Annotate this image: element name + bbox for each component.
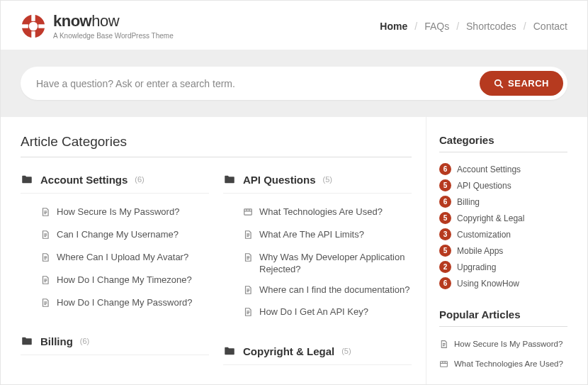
- category-count: (6): [80, 337, 89, 345]
- svg-point-1: [29, 21, 38, 30]
- category-name: API Questions: [243, 174, 316, 186]
- count-badge: 5: [439, 179, 451, 191]
- sidebar-categories-title: Categories: [439, 134, 567, 152]
- sidebar-category-item[interactable]: 5Mobile Apps: [439, 242, 567, 259]
- article-link[interactable]: Where Can I Upload My Avatar?: [40, 247, 209, 270]
- category-heading[interactable]: Billing (6): [21, 335, 209, 355]
- sidebar: Categories 6Account Settings5API Questio…: [426, 117, 567, 385]
- section-title: Article Categories: [21, 134, 412, 157]
- sidebar-category-label: Mobile Apps: [457, 246, 503, 256]
- logo-tagline: A Knowledge Base WordPress Theme: [53, 32, 174, 40]
- search-icon: [494, 79, 504, 89]
- article-link[interactable]: Can I Change My Username?: [40, 225, 209, 247]
- svg-rect-23: [244, 209, 252, 215]
- article-link[interactable]: Where can I find the documentation?: [243, 280, 412, 303]
- svg-line-7: [500, 84, 503, 87]
- category-count: (5): [323, 175, 332, 184]
- count-badge: 6: [439, 163, 451, 175]
- document-icon: [40, 229, 50, 243]
- popular-article-link[interactable]: What Technologies Are Used?: [439, 355, 567, 375]
- search-input[interactable]: [36, 78, 480, 89]
- category-count: (5): [341, 347, 351, 355]
- sidebar-category-item[interactable]: 6Billing: [439, 194, 567, 210]
- popular-article-title: How Secure Is My Password?: [454, 339, 562, 350]
- sidebar-category-label: Using KnowHow: [457, 279, 519, 289]
- article-title: How Do I Change My Password?: [57, 297, 192, 309]
- article-link[interactable]: What Technologies Are Used?: [243, 202, 412, 225]
- article-title: What Are The API Limits?: [259, 229, 364, 241]
- article-title: How Secure Is My Password?: [57, 206, 179, 218]
- article-title: How Do I Change My Timezone?: [57, 274, 192, 286]
- document-icon: [243, 284, 253, 298]
- count-badge: 6: [439, 277, 451, 289]
- sidebar-category-label: Upgrading: [457, 262, 496, 272]
- sidebar-category-label: Copyright & Legal: [457, 213, 524, 223]
- nav-shortcodes[interactable]: Shortcodes: [466, 21, 516, 32]
- nav-home[interactable]: Home: [380, 21, 407, 32]
- article-link[interactable]: What Are The API Limits?: [243, 225, 412, 247]
- article-title: What Technologies Are Used?: [259, 206, 383, 218]
- sidebar-category-item[interactable]: 6Account Settings: [439, 161, 567, 177]
- video-icon: [439, 359, 448, 372]
- count-badge: 3: [439, 228, 451, 240]
- article-link[interactable]: How Do I Get An API Key?: [243, 302, 412, 325]
- popular-article-link[interactable]: How Secure Is My Password?: [439, 335, 567, 355]
- sidebar-category-item[interactable]: 2Upgrading: [439, 259, 567, 275]
- article-link[interactable]: How Do I Change My Timezone?: [40, 270, 209, 293]
- sidebar-category-label: Account Settings: [457, 164, 521, 174]
- article-title: Where can I find the documentation?: [259, 284, 409, 296]
- article-title: Can I Change My Username?: [57, 229, 179, 241]
- logo-title: knowhow: [53, 12, 174, 30]
- header: knowhow A Knowledge Base WordPress Theme…: [1, 1, 587, 50]
- category-heading[interactable]: Account Settings (6): [21, 173, 209, 194]
- logo[interactable]: knowhow A Knowledge Base WordPress Theme: [21, 12, 174, 40]
- document-icon: [40, 297, 50, 311]
- category-heading[interactable]: Copyright & Legal (5): [223, 345, 412, 365]
- category-name: Billing: [40, 335, 73, 347]
- svg-point-6: [495, 79, 501, 85]
- sidebar-category-item[interactable]: 3Customization: [439, 226, 567, 242]
- svg-rect-5: [38, 24, 46, 28]
- document-icon: [243, 252, 253, 266]
- nav-faqs[interactable]: FAQs: [424, 21, 449, 32]
- top-nav: Home / FAQs / Shortcodes / Contact: [380, 21, 567, 32]
- document-icon: [40, 252, 50, 266]
- document-icon: [243, 229, 253, 243]
- svg-rect-4: [21, 24, 28, 28]
- document-icon: [439, 339, 448, 352]
- document-icon: [40, 206, 50, 221]
- sidebar-category-label: Customization: [457, 230, 511, 240]
- sidebar-category-item[interactable]: 5Copyright & Legal: [439, 210, 567, 226]
- lifebuoy-icon: [21, 13, 46, 39]
- category-count: (6): [135, 175, 144, 184]
- article-title: How Do I Get An API Key?: [259, 306, 368, 318]
- search-button[interactable]: SEARCH: [480, 71, 563, 96]
- search-box: SEARCH: [21, 67, 567, 100]
- main-content: Article Categories Account Settings (6)H…: [21, 117, 426, 385]
- svg-rect-2: [31, 13, 35, 21]
- article-title: Why Was My Developer Application Rejecte…: [259, 252, 412, 276]
- count-badge: 5: [439, 212, 451, 224]
- svg-rect-3: [31, 31, 35, 39]
- sidebar-category-item[interactable]: 5API Questions: [439, 177, 567, 194]
- article-link[interactable]: Why Was My Developer Application Rejecte…: [243, 247, 412, 280]
- article-link[interactable]: How Do I Change My Password?: [40, 293, 209, 316]
- nav-contact[interactable]: Contact: [533, 21, 567, 32]
- sidebar-popular-title: Popular Articles: [439, 308, 567, 327]
- category-heading[interactable]: API Questions (5): [223, 173, 412, 194]
- category-name: Copyright & Legal: [243, 345, 334, 357]
- svg-rect-42: [441, 362, 448, 367]
- search-strip: SEARCH: [1, 50, 587, 117]
- sidebar-category-item[interactable]: 6Using KnowHow: [439, 275, 567, 291]
- count-badge: 5: [439, 245, 451, 257]
- document-icon: [40, 274, 50, 289]
- count-badge: 2: [439, 261, 451, 273]
- document-icon: [243, 306, 253, 320]
- sidebar-category-label: API Questions: [457, 181, 511, 191]
- sidebar-category-label: Billing: [457, 197, 480, 207]
- article-link[interactable]: How Secure Is My Password?: [40, 202, 209, 225]
- count-badge: 6: [439, 196, 451, 208]
- category-name: Account Settings: [40, 174, 128, 186]
- popular-article-title: What Technologies Are Used?: [454, 359, 563, 369]
- video-icon: [243, 206, 253, 221]
